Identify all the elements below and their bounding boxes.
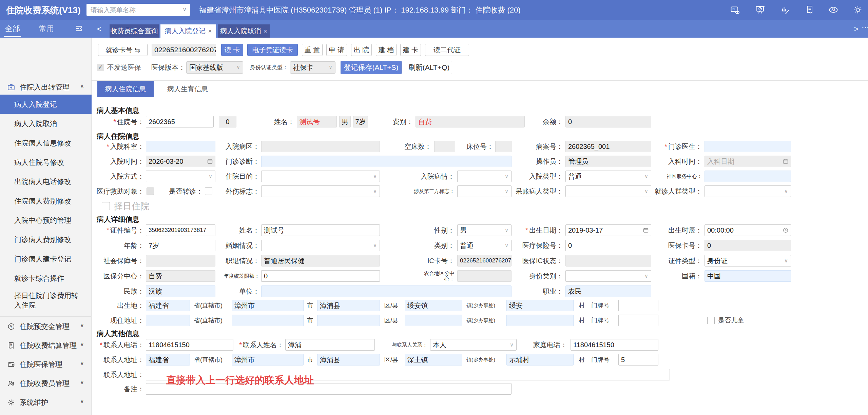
si-card-view-icon[interactable]: SI <box>730 5 740 15</box>
birthplace-county-input[interactable]: 漳浦县 <box>317 300 380 311</box>
chart-edit-icon[interactable] <box>780 5 790 15</box>
employer-input[interactable] <box>261 285 512 297</box>
ecert-read-card-button[interactable]: 电子凭证读卡 <box>247 44 298 56</box>
close-icon[interactable]: × <box>264 28 267 35</box>
detail-name-input[interactable]: 测试号 <box>261 224 380 236</box>
contact-addr-county-input[interactable]: 漳浦县 <box>317 354 380 365</box>
cur-addr-city-input[interactable] <box>232 315 304 326</box>
contact-addr-province-input[interactable]: 福建省 <box>146 354 190 365</box>
employment-input: 普通居民保健 <box>261 255 380 266</box>
birth-hour-input[interactable]: 00:00:00 <box>705 224 791 236</box>
auth-type-select[interactable]: 社保卡 ∨ <box>290 61 335 74</box>
cur-addr-village-input[interactable] <box>506 315 574 326</box>
sidebar-group-label: 住院收费员管理 <box>20 379 70 388</box>
cur-addr-province-input[interactable] <box>146 315 190 326</box>
doc-tab-cashier-query[interactable]: 收费员综合查询 <box>110 24 159 38</box>
birthplace-town-input[interactable]: 绥安镇 <box>405 300 462 311</box>
inpatient-no-label: *住院号： <box>76 116 144 127</box>
receipt-yen-icon: ¥ <box>7 342 15 349</box>
tabs-more-icon[interactable]: ⋯ <box>862 24 868 31</box>
refresh-button[interactable]: 刷新(ALT+Q) <box>406 61 452 74</box>
marital-select[interactable]: ∨ <box>261 240 380 251</box>
inpatient-no-input[interactable]: 2602365 <box>146 116 214 127</box>
read-card-button[interactable]: 读 卡 <box>221 44 243 56</box>
tab-birth-info[interactable]: 病人生育信息 <box>159 81 216 97</box>
birthplace-province-input[interactable]: 福建省 <box>146 300 190 311</box>
ward-input[interactable] <box>261 141 380 152</box>
no-insurance-checkbox[interactable]: ✓ <box>97 64 104 71</box>
id-no-label: *证件编号： <box>76 224 144 236</box>
presentation-board-icon[interactable] <box>755 5 765 15</box>
doc-tab-admission-register[interactable]: 病人入院登记× <box>160 24 216 38</box>
sidebar-group-admission-transfer[interactable]: 住院入出转管理 ∧ <box>0 78 92 97</box>
dept-time-input[interactable]: 入科日期 <box>705 156 791 167</box>
trauma-select[interactable]: ∨ <box>261 185 380 197</box>
contact-addr-city-input[interactable]: 漳州市 <box>232 354 304 365</box>
tab-hospital-info[interactable]: 病人住院信息 <box>97 81 154 97</box>
group-type-select[interactable]: ∨ <box>705 185 791 197</box>
contact-addr-village-input[interactable]: 示埔村 <box>506 354 574 365</box>
contact-addr-house-input[interactable]: 5 <box>618 354 658 365</box>
collapse-menu-icon[interactable] <box>75 24 83 33</box>
apply-button[interactable]: 申 请 <box>326 44 347 56</box>
menu-search-input[interactable]: 请输入菜单名称 ∨ <box>86 4 190 16</box>
gear-icon <box>7 399 15 406</box>
tabs-scroll-left-icon[interactable]: < <box>97 26 101 33</box>
birthplace-city-input[interactable]: 漳州市 <box>232 300 304 311</box>
insurance-version-select[interactable]: 国家基线版 ∨ <box>186 61 243 74</box>
occupation-input[interactable]: 农民 <box>565 285 651 297</box>
aid-label: 医疗救助对象： <box>76 185 144 197</box>
remark-label: 备注： <box>76 383 144 395</box>
is-child-checkbox[interactable] <box>707 317 715 324</box>
name-input[interactable]: 测试号 <box>297 116 337 127</box>
id-type-label: 证件类型： <box>634 255 702 266</box>
gear-icon[interactable] <box>853 5 863 15</box>
no-insurance-label: 不发送医保 <box>107 61 141 74</box>
si-logo-icon[interactable]: SI <box>828 5 838 15</box>
fee-type-label: 费别： <box>345 116 413 127</box>
reset-button[interactable]: 重 置 <box>302 44 323 56</box>
chevron-down-icon: ∨ <box>80 398 84 404</box>
cur-addr-county-input[interactable] <box>317 315 380 326</box>
filter-tab-common[interactable]: 常用 <box>39 24 54 34</box>
cur-addr-house-input[interactable] <box>618 315 658 326</box>
auth-type-label: 身份认证类型： <box>250 61 288 74</box>
discharge-button[interactable]: 出 院 <box>351 44 372 56</box>
visit-card-no-input[interactable]: 0226521600276207 <box>152 44 216 56</box>
op-diag-input[interactable] <box>261 156 512 167</box>
birthplace-village-input[interactable]: 绥安 <box>506 300 574 311</box>
contact-relation-label: 与联系人关系： <box>360 339 427 351</box>
group-type-label: 就诊人群类型： <box>634 185 702 197</box>
create-card-button[interactable]: 建 卡 <box>400 44 421 56</box>
community-input[interactable] <box>705 171 791 182</box>
receipt-icon[interactable] <box>805 5 815 15</box>
annual-limit-input[interactable]: 0 <box>261 270 380 282</box>
create-record-button[interactable]: 建 档 <box>376 44 397 56</box>
close-icon[interactable]: × <box>208 28 212 35</box>
cur-addr-town-input[interactable] <box>405 315 462 326</box>
unit-town-label: 镇(乡办事处) <box>466 300 504 311</box>
read-id2-button[interactable]: 读二代证 <box>425 44 469 56</box>
doc-tab-label: 收费员综合查询 <box>111 27 158 35</box>
contact-addr-town-input[interactable]: 深土镇 <box>405 354 462 365</box>
tabs-scroll-right-icon[interactable]: > <box>854 26 859 33</box>
id-type-select[interactable]: 身份证∨ <box>705 255 791 266</box>
filter-tab-all[interactable]: 全部 <box>5 24 20 34</box>
home-phone-input[interactable]: 11804615150 <box>571 339 658 351</box>
nationality-input[interactable]: 中国 <box>705 270 791 282</box>
sidebar-group-system-maintenance[interactable]: 系统维护 ∨ <box>0 393 92 412</box>
unit-village-label: 村 <box>579 315 587 326</box>
sidebar-item-admission-register[interactable]: 病人入院登记 <box>0 95 92 114</box>
sidebar-group-statistics-query[interactable]: 统计查询 ∨ <box>0 412 92 415</box>
doc-tab-admission-cancel[interactable]: 病人入院取消× <box>218 24 270 38</box>
purpose-select[interactable]: ∨ <box>261 171 380 182</box>
op-doctor-input[interactable] <box>705 141 791 152</box>
nav-strip: 全部 常用 < 收费员综合查询 病人入院登记× 病人入院取消× > ⋯ <box>0 20 868 38</box>
birthplace-house-input[interactable] <box>618 300 658 311</box>
save-register-button[interactable]: 登记保存(ALT+S) <box>341 61 402 74</box>
swap-icon: ⇆ <box>134 46 140 54</box>
home-phone-label: 家庭电话： <box>499 339 567 351</box>
scheduled-admission-checkbox[interactable] <box>102 202 110 210</box>
required-marker: * <box>525 226 528 234</box>
condition-label: 入院病情： <box>387 171 455 182</box>
